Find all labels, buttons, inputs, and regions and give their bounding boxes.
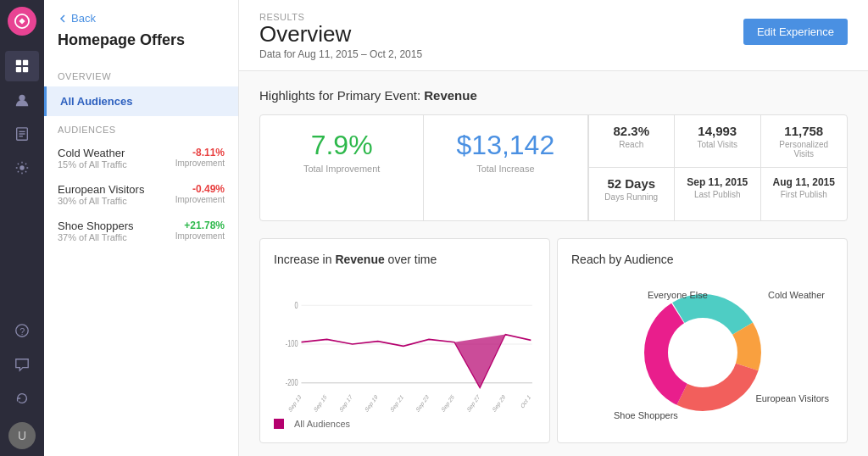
main-header: Results Overview Data for Aug 11, 2015 –… <box>239 0 868 71</box>
back-icon <box>58 14 68 24</box>
svg-text:-100: -100 <box>286 339 298 349</box>
line-chart-title: Increase in Revenue over time <box>274 253 536 266</box>
stat-total-visits: 14,993 Total Visits <box>675 115 761 168</box>
svg-rect-2 <box>23 60 28 65</box>
sidebar-audience-cold-weather[interactable]: Cold Weather 15% of All Traffic -8.11% I… <box>44 140 238 176</box>
audience-name-2: Shoe Shoppers <box>58 220 134 232</box>
svg-point-5 <box>19 95 25 101</box>
donut-label-european-visitors: European Visitors <box>755 393 829 403</box>
svg-marker-30 <box>454 334 505 387</box>
nav-pages[interactable] <box>5 119 39 149</box>
audience-sub-0: 15% of All Traffic <box>58 159 127 170</box>
svg-text:Sep 13: Sep 13 <box>287 392 302 411</box>
highlight-increase-label: Total Increase <box>441 164 570 174</box>
svg-text:Sep 29: Sep 29 <box>492 392 506 411</box>
donut-label-cold-weather: Cold Weather <box>768 290 825 300</box>
highlight-improvement-value: 7.9% <box>277 131 406 160</box>
sidebar-nav-all-audiences[interactable]: All Audiences <box>44 86 238 116</box>
highlight-increase-value: $13,142 <box>441 131 570 160</box>
audience-improvement-1: -0.49% <box>175 183 225 195</box>
highlight-increase: $13,142 Total Increase <box>424 115 587 220</box>
overview-section-label: Overview <box>44 63 238 86</box>
donut-label-everyone-else: Everyone Else <box>648 290 708 300</box>
audience-improvement-0: -8.11% <box>175 147 225 158</box>
icon-bar: ? U <box>0 0 44 456</box>
svg-text:Oct 1: Oct 1 <box>520 392 531 409</box>
nav-help[interactable]: ? <box>5 315 39 346</box>
highlights-event: Revenue <box>424 88 477 103</box>
svg-text:Sep 15: Sep 15 <box>313 392 327 411</box>
svg-text:-200: -200 <box>286 378 298 388</box>
icon-bar-bottom: ? U <box>5 314 39 449</box>
date-range: Data for Aug 11, 2015 – Oct 2, 2015 <box>259 48 422 60</box>
stat-last-publish: Sep 11, 2015 Last Publish <box>675 168 761 220</box>
highlights-prefix: Highlights for Primary Event: <box>259 88 424 103</box>
stat-days-running: 52 Days Days Running <box>589 168 676 220</box>
nav-settings[interactable] <box>5 153 39 183</box>
main-body: Highlights for Primary Event: Revenue 7.… <box>239 71 868 456</box>
sidebar-title: Homepage Offers <box>44 31 238 63</box>
svg-rect-1 <box>16 60 21 65</box>
svg-text:Sep 21: Sep 21 <box>390 392 404 411</box>
edit-experience-button[interactable]: Edit Experience <box>743 19 848 45</box>
line-chart: 0 -100 -200 Sep 13 Sep 15 Sep 17 Sep 19 … <box>274 276 536 412</box>
stats-grid: 82.3% Reach 14,993 Total Visits 11,758 P… <box>588 115 848 220</box>
sidebar-audience-european-visitors[interactable]: European Visitors 30% of All Traffic -0.… <box>44 176 238 213</box>
improvement-label-0: Improvement <box>175 158 225 168</box>
audience-sub-2: 37% of All Traffic <box>58 232 134 242</box>
svg-point-35 <box>669 319 737 386</box>
legend-label: All Audiences <box>294 419 350 429</box>
highlight-improvement-label: Total Improvement <box>277 164 406 174</box>
svg-rect-4 <box>23 67 28 72</box>
stat-first-publish: Aug 11, 2015 First Publish <box>761 168 848 220</box>
nav-refresh[interactable] <box>5 383 39 414</box>
svg-text:Sep 25: Sep 25 <box>441 392 455 411</box>
svg-text:Sep 17: Sep 17 <box>338 392 353 411</box>
svg-text:?: ? <box>19 326 25 336</box>
line-chart-panel: Increase in Revenue over time 0 -100 -20… <box>259 238 550 443</box>
charts-row: Increase in Revenue over time 0 -100 -20… <box>259 238 848 443</box>
highlight-improvement: 7.9% Total Improvement <box>260 115 424 220</box>
sidebar-audience-shoe-shoppers[interactable]: Shoe Shoppers 37% of All Traffic +21.78%… <box>44 213 238 249</box>
nav-dashboard[interactable] <box>5 51 39 81</box>
improvement-label-2: Improvement <box>175 231 225 241</box>
svg-text:Sep 23: Sep 23 <box>415 392 430 411</box>
svg-rect-3 <box>16 67 21 72</box>
legend-dot-all-audiences <box>274 419 284 429</box>
donut-label-shoe-shoppers: Shoe Shoppers <box>614 410 678 420</box>
donut-chart: Everyone Else Cold Weather European Visi… <box>571 276 833 429</box>
audience-sub-1: 30% of All Traffic <box>58 196 144 206</box>
nav-chat[interactable] <box>5 349 39 380</box>
main-content: Results Overview Data for Aug 11, 2015 –… <box>239 0 868 456</box>
audience-name-1: European Visitors <box>58 183 144 196</box>
back-button[interactable]: Back <box>44 0 238 31</box>
highlights-grid: 7.9% Total Improvement $13,142 Total Inc… <box>259 114 848 221</box>
svg-text:Sep 19: Sep 19 <box>364 392 379 411</box>
donut-chart-title: Reach by Audience <box>571 253 833 266</box>
nav-users[interactable] <box>5 85 39 115</box>
donut-chart-panel: Reach by Audience <box>557 238 848 443</box>
svg-point-10 <box>19 165 24 170</box>
page-title: Overview <box>259 22 422 47</box>
audience-improvement-2: +21.78% <box>175 220 225 231</box>
sidebar: Back Homepage Offers Overview All Audien… <box>44 0 239 456</box>
back-label: Back <box>71 12 96 25</box>
svg-text:0: 0 <box>294 300 298 310</box>
chart-legend: All Audiences <box>274 419 536 429</box>
svg-text:Sep 27: Sep 27 <box>466 392 481 411</box>
stat-personalized-visits: 11,758 Personalized Visits <box>761 115 848 168</box>
audience-name-0: Cold Weather <box>58 147 127 159</box>
stat-reach: 82.3% Reach <box>589 115 676 168</box>
app-logo <box>8 7 36 36</box>
highlights-title: Highlights for Primary Event: Revenue <box>259 88 848 103</box>
improvement-label-1: Improvement <box>175 195 225 204</box>
avatar[interactable]: U <box>8 422 36 449</box>
audiences-section-label: Audiences <box>44 116 238 140</box>
